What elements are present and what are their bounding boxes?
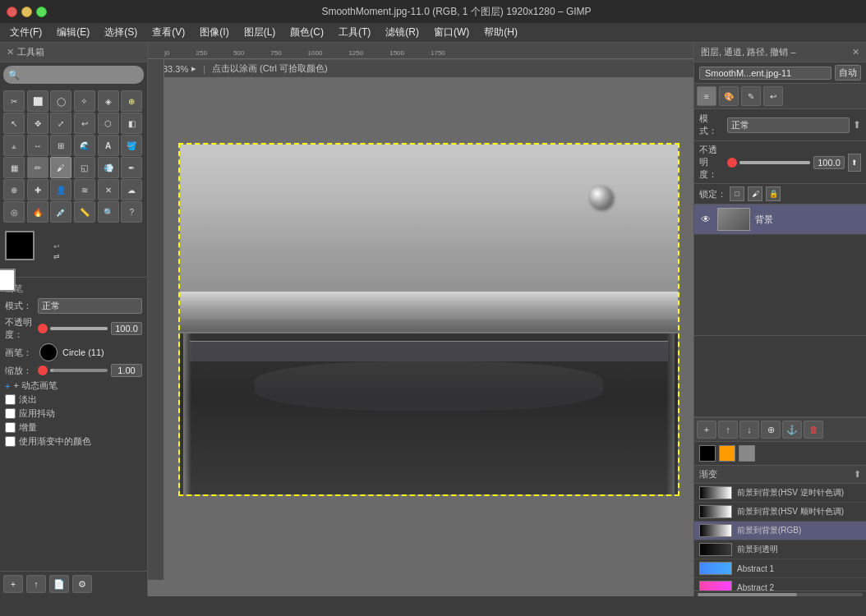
scale-value[interactable]: 1.00	[111, 364, 142, 377]
tool-blur[interactable]: ≋	[74, 179, 95, 200]
foreground-color[interactable]	[5, 231, 35, 260]
tool-fuzzy-select[interactable]: ◈	[98, 90, 119, 112]
gradient-item-4[interactable]: Abstract 1	[694, 559, 866, 578]
tool-rotate[interactable]: ↩	[74, 113, 95, 134]
new-layer-btn[interactable]: +	[697, 421, 716, 439]
tool-eraser[interactable]: ◱	[74, 157, 95, 178]
right-panel-close-icon[interactable]: ✕	[852, 47, 859, 57]
tool-perspective-clone[interactable]: 👤	[50, 179, 71, 200]
use-gradient-checkbox[interactable]	[5, 436, 16, 447]
maximize-button[interactable]	[36, 7, 47, 17]
right-opacity-slider[interactable]	[727, 158, 810, 168]
tab-channels[interactable]: 🎨	[719, 86, 739, 106]
scale-slider-handle[interactable]	[38, 365, 48, 375]
delete-layer-btn[interactable]: 🗑	[804, 421, 823, 439]
tool-rect-select[interactable]: ⬜	[27, 90, 48, 112]
layer-file-dropdown[interactable]: SmoothM...ent.jpg-11	[699, 67, 831, 80]
gradient-item-2[interactable]: 前景到背景(RGB)	[694, 522, 866, 540]
menu-item-0[interactable]: 文件(F)	[3, 24, 48, 41]
tool-scissors[interactable]: ✂	[3, 90, 25, 112]
menu-item-10[interactable]: 帮助(H)	[477, 24, 524, 41]
tool-free-select[interactable]: ⟡	[74, 90, 95, 112]
tool-smudge[interactable]: ☁	[121, 179, 142, 200]
lock-paint-icon[interactable]: 🖌	[748, 186, 762, 201]
auto-button[interactable]: 自动	[835, 65, 861, 80]
tool-ink[interactable]: ✒	[121, 157, 142, 178]
swap-colors-icon[interactable]: ⇄	[53, 252, 60, 260]
tool-heal[interactable]: ✚	[27, 179, 48, 200]
right-opacity-handle[interactable]	[727, 158, 737, 168]
tool-warp[interactable]: 🌊	[74, 135, 95, 156]
menu-item-8[interactable]: 滤镜(R)	[379, 24, 426, 41]
tool-scale[interactable]: ⬡	[98, 113, 119, 134]
swatch-black[interactable]	[699, 445, 716, 462]
gradient-item-0[interactable]: 前景到背景(HSV 逆时针色调)	[694, 484, 866, 503]
tool-blend[interactable]: ▦	[3, 157, 25, 178]
tool-align[interactable]: ✥	[27, 113, 48, 134]
tool-bucket[interactable]: 🪣	[121, 135, 142, 156]
script-btn[interactable]: 📄	[49, 575, 69, 593]
gradient-expand-icon[interactable]: ⬆	[854, 469, 861, 480]
minimize-button[interactable]	[21, 7, 32, 17]
tool-text[interactable]: A	[98, 135, 119, 156]
tool-measure[interactable]: 📏	[74, 201, 95, 223]
gradient-item-5[interactable]: Abstract 2	[694, 578, 866, 591]
gradient-scrollbar[interactable]	[694, 591, 866, 596]
tool-cage[interactable]: ⊞	[50, 135, 71, 156]
layer-item-background[interactable]: 👁 背景	[694, 205, 866, 235]
tab-undo[interactable]: ↩	[763, 86, 783, 106]
lower-layer-btn[interactable]: ↓	[739, 421, 759, 439]
swatch-orange[interactable]	[719, 445, 735, 462]
menu-item-6[interactable]: 颜色(C)	[283, 24, 330, 41]
tool-ellipse-select[interactable]: ◯	[50, 90, 71, 112]
tool-shear[interactable]: ◧	[121, 113, 142, 134]
tool-move[interactable]: ↖	[3, 113, 25, 134]
menu-item-9[interactable]: 窗口(W)	[427, 24, 476, 41]
tool-flip[interactable]: ↔	[27, 135, 48, 156]
new-layer-btn[interactable]: +	[3, 575, 23, 593]
background-color[interactable]	[0, 269, 16, 292]
up-btn[interactable]: ↑	[26, 575, 46, 593]
mode-layer-dropdown[interactable]: 正常	[727, 117, 850, 133]
tool-zoom[interactable]: 🔍	[98, 201, 119, 223]
mode-expand-icon[interactable]: ⬆	[853, 119, 861, 131]
layer-eye-icon[interactable]: 👁	[699, 213, 712, 226]
menu-item-1[interactable]: 编辑(E)	[50, 24, 96, 41]
menu-item-7[interactable]: 工具(T)	[332, 24, 377, 41]
mode-dropdown[interactable]: 正常	[38, 298, 142, 314]
swatch-gray[interactable]	[739, 445, 755, 462]
fade-checkbox[interactable]	[5, 394, 16, 405]
menu-item-3[interactable]: 查看(V)	[145, 24, 191, 41]
tab-paths[interactable]: ✎	[741, 86, 761, 106]
tool-crop[interactable]: ⤢	[50, 113, 71, 134]
tool-paintbrush[interactable]: 🖌	[50, 157, 71, 178]
gradient-item-1[interactable]: 前景到背景(HSV 顺时针色调)	[694, 503, 866, 522]
scale-slider[interactable]	[38, 365, 108, 375]
tool-clone[interactable]: ⊕	[3, 179, 25, 200]
tool-dodge[interactable]: ◎	[3, 201, 25, 223]
anchor-layer-btn[interactable]: ⚓	[782, 421, 802, 439]
opacity-slider-handle[interactable]	[38, 324, 48, 333]
right-opacity-value[interactable]: 100.0	[813, 156, 845, 169]
jitter-checkbox[interactable]	[5, 408, 16, 419]
gradient-item-3[interactable]: 前景到透明	[694, 540, 866, 559]
config-btn[interactable]: ⚙	[72, 575, 92, 593]
opacity-value[interactable]: 100.0	[111, 322, 142, 335]
tool-help[interactable]: ?	[121, 201, 142, 223]
close-button[interactable]	[7, 7, 17, 17]
tool-perspective[interactable]: ⟁	[3, 135, 25, 156]
tool-airbrush[interactable]: 💨	[98, 157, 119, 178]
duplicate-layer-btn[interactable]: ⊕	[761, 421, 781, 439]
brush-preview[interactable]	[39, 343, 58, 361]
menu-item-5[interactable]: 图层(L)	[237, 24, 283, 41]
raise-layer-btn[interactable]: ↑	[718, 421, 738, 439]
tool-color-select[interactable]: ⊕	[121, 90, 142, 112]
tool-pencil[interactable]: ✏	[27, 157, 48, 178]
menu-item-2[interactable]: 选择(S)	[98, 24, 144, 41]
tool-burn[interactable]: 🔥	[27, 201, 48, 223]
menu-item-4[interactable]: 图像(I)	[193, 24, 235, 41]
tab-layers[interactable]: ≡	[697, 86, 716, 106]
opacity-slider[interactable]	[38, 324, 108, 333]
lock-alpha-icon[interactable]: □	[730, 186, 744, 201]
tool-sharpen[interactable]: ✕	[98, 179, 119, 200]
